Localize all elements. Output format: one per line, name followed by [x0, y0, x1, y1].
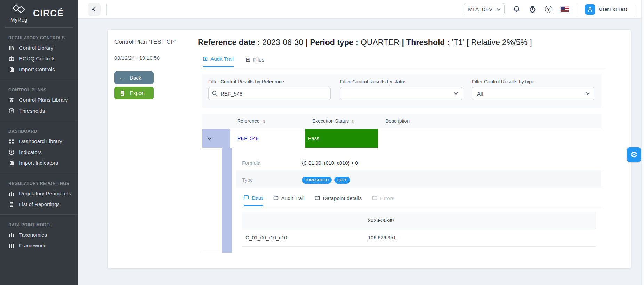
expanded-detail: Formula {C 01.00, r010, c010} > 0 Type T…: [202, 148, 601, 253]
expander-column: [202, 148, 232, 253]
sidebar-section-control-plans: CONTROL PLANS Control Plans Library Thre…: [0, 80, 78, 121]
chevron-down-icon: [207, 136, 212, 140]
us-flag-icon[interactable]: [560, 6, 569, 12]
sidebar-item-import-indicators[interactable]: Import Indicators: [0, 157, 78, 168]
user-menu[interactable]: User For Test: [585, 4, 627, 15]
tab-files[interactable]: Files: [245, 56, 264, 67]
search-icon: [212, 90, 218, 96]
bank-icon: [8, 56, 15, 62]
bell-icon[interactable]: [512, 5, 521, 14]
type-badge-threshold: THRESHOLD: [302, 177, 332, 184]
sidebar-item-label: Import Indicators: [19, 160, 58, 166]
file-list-icon: [8, 202, 15, 207]
sidebar-item-taxonomies[interactable]: Taxonomies: [0, 229, 78, 240]
calendar-icon: [315, 195, 320, 202]
main-area: MLA_DEV User For Test: [78, 0, 644, 285]
sidebar-section-dashboard: DASHBOARD Dashboard Library Indicators I…: [0, 121, 78, 173]
detail-tabs: Data Audit Trail Datapoint details: [244, 195, 601, 206]
back-button-label: Back: [130, 75, 141, 81]
type-filter-value: All: [477, 91, 483, 97]
column-header-execution-status[interactable]: Execution Status: [305, 118, 378, 124]
sidebar-item-label: List of Reportings: [19, 201, 60, 207]
arrow-left-icon: [114, 74, 130, 81]
filter-label: Filter Control Results by Reference: [208, 79, 331, 84]
datapoint-code: C_01_00_r10_c10: [242, 235, 368, 241]
export-button[interactable]: Export: [114, 87, 154, 99]
gauge-icon: [8, 108, 15, 114]
bar-chart-icon: [8, 191, 15, 196]
environment-select[interactable]: MLA_DEV: [464, 3, 505, 15]
type-row: Type THRESHOLD LEFT: [236, 171, 601, 188]
sidebar-item-list-of-reportings[interactable]: List of Reportings: [0, 199, 78, 210]
sidebar-item-label: Taxonomies: [19, 232, 47, 238]
sort-icon[interactable]: [351, 118, 354, 124]
sidebar-item-thresholds[interactable]: Thresholds: [0, 105, 78, 116]
reference-link[interactable]: REF_548: [237, 136, 258, 141]
detail-tab-data[interactable]: Data: [244, 195, 263, 206]
sidebar-item-control-library[interactable]: Control Library: [0, 42, 78, 53]
layers-icon: [8, 97, 15, 103]
diamonds-logo-icon: [11, 4, 27, 16]
stopwatch-icon[interactable]: [528, 5, 537, 14]
info-circle-icon: [8, 149, 15, 155]
sidebar-item-indicators[interactable]: Indicators: [0, 147, 78, 157]
detail-tab-audit-trail[interactable]: Audit Trail: [273, 195, 305, 206]
reference-filter-input[interactable]: [208, 87, 331, 100]
section-heading: CONTROL PLANS: [0, 88, 78, 95]
sidebar-item-egdq-controls[interactable]: EGDQ Controls: [0, 53, 78, 64]
card-right-column: Reference date : 2023-06-30 | Period typ…: [198, 30, 631, 268]
back-button[interactable]: Back: [114, 71, 154, 84]
section-heading: DATA POINT MODEL: [0, 222, 78, 229]
sidebar-section-data-point-model: DATA POINT MODEL Taxonomies Framework: [0, 214, 78, 256]
file-import-icon: [8, 67, 15, 72]
sidebar-item-dashboard-library[interactable]: Dashboard Library: [0, 136, 78, 147]
sidebar-item-label: Control Plans Library: [19, 97, 68, 103]
chevron-down-icon: [497, 7, 501, 10]
control-plan-title: Control Plan 'TEST CP': [114, 39, 191, 46]
sidebar-item-label: Regulatory Perimeters: [19, 190, 71, 196]
sidebar-item-control-plans-library[interactable]: Control Plans Library: [0, 95, 78, 105]
results-table-header: Reference Execution Status Description: [202, 114, 601, 128]
app-name: CIRCÉ: [33, 8, 64, 19]
export-button-label: Export: [130, 90, 145, 96]
status-filter-select[interactable]: [340, 87, 462, 100]
tab-audit-trail[interactable]: Audit Trail: [203, 56, 234, 67]
bar-chart-icon: [8, 232, 15, 238]
sort-icon[interactable]: [262, 118, 265, 124]
section-heading: REGULATORY REPORTINGS: [0, 181, 78, 188]
calendar-icon: [244, 195, 249, 201]
excel-file-icon: [114, 90, 130, 96]
app-logo[interactable]: MyReg CIRCÉ: [0, 0, 78, 26]
type-badge-left: LEFT: [334, 177, 350, 184]
settings-gear-button[interactable]: [627, 147, 641, 162]
detail-tab-datapoint-details[interactable]: Datapoint details: [315, 195, 362, 206]
column-header-reference[interactable]: Reference: [230, 118, 305, 124]
sidebar-item-framework[interactable]: Framework: [0, 240, 78, 251]
date-column-header: 2023-06-30: [368, 218, 596, 223]
sidebar-section-regulatory-reportings: REGULATORY REPORTINGS Regulatory Perimet…: [0, 173, 78, 214]
page-back-button[interactable]: [88, 3, 101, 16]
chevron-left-icon: [92, 7, 97, 11]
sidebar-item-import-controls[interactable]: Import Controls: [0, 64, 78, 75]
datapoint-table: 2023-06-30 C_01_00_r10_c10 106 626 351: [242, 212, 596, 247]
row-expander[interactable]: [202, 129, 230, 148]
sidebar-item-label: EGDQ Controls: [19, 56, 55, 62]
reference-header: Reference date : 2023-06-30 | Period typ…: [198, 38, 606, 47]
topbar-divider: [635, 4, 635, 15]
sidebar-item-regulatory-perimeters[interactable]: Regulatory Perimeters: [0, 188, 78, 199]
main-tabs: Audit Trail Files: [203, 56, 606, 67]
filter-label: Filter Control Results by status: [340, 79, 462, 84]
sidebar-item-label: Thresholds: [19, 108, 45, 114]
bar-chart-icon: [8, 243, 15, 249]
sidebar-item-label: Import Controls: [19, 66, 55, 72]
help-icon[interactable]: [544, 5, 553, 14]
dashboard-grid-icon: [8, 139, 15, 144]
topbar: MLA_DEV User For Test: [78, 0, 644, 19]
window-scrollbar[interactable]: [641, 0, 644, 285]
detail-tab-errors[interactable]: Errors: [372, 195, 394, 206]
environment-value: MLA_DEV: [468, 6, 492, 12]
type-filter-select[interactable]: All: [472, 87, 594, 100]
user-icon: [585, 4, 595, 15]
status-badge: Pass: [305, 129, 378, 148]
tab-label: Files: [253, 57, 264, 63]
